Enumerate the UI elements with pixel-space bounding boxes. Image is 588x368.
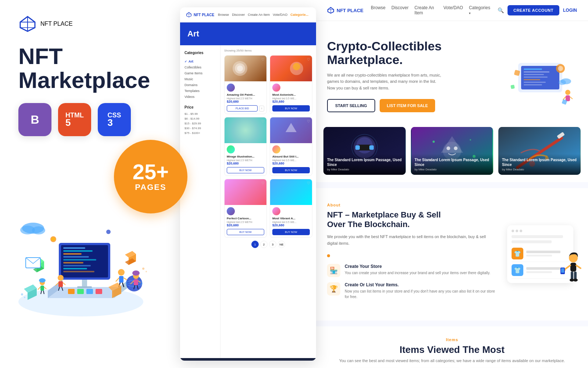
heart-icon-5[interactable]: ♡ (261, 181, 265, 185)
mockup-dot-1 (512, 230, 514, 232)
search-icon[interactable]: 🔍 (498, 7, 504, 13)
rp-hero-title: Crypto-Collectibles Marketplace. (327, 39, 496, 67)
mp-price-2[interactable]: $6 - $14.99 (184, 116, 216, 121)
mockup-row-2 (512, 240, 552, 243)
nft-buy-btn-5[interactable]: BUY NOW (227, 229, 264, 235)
mp-cat-music[interactable]: Music (184, 76, 216, 82)
svg-rect-84 (524, 82, 546, 83)
svg-line-38 (123, 278, 127, 280)
mp-price-5[interactable]: $75 - $100+ (184, 131, 216, 135)
rp-nav-discover[interactable]: Discover (391, 5, 409, 15)
svg-point-42 (132, 270, 140, 276)
svg-rect-83 (524, 79, 540, 80)
nft-avatar-6 (272, 207, 280, 215)
featured-card-2[interactable]: The Standard Lorem Ipsum Passage, Used S… (411, 127, 493, 175)
svg-rect-15 (63, 271, 94, 272)
mp-nav-categories[interactable]: Categorie... (290, 13, 308, 17)
svg-line-57 (38, 287, 40, 290)
nft-card-body-3: Mirage Illustration... Highest bid 2.5 W… (225, 143, 266, 176)
nft-card-3: ♡ Mirage Illustration... Highest bid 2.5… (224, 117, 267, 176)
heart-icon-1[interactable]: ♡ (261, 57, 265, 61)
nft-buy-btn-4[interactable]: BUY NOW (272, 167, 310, 173)
mp-cat-domains[interactable]: Domains (184, 82, 216, 88)
nft-buy-btn-6[interactable]: BUY NOW (272, 229, 310, 235)
mp-nav-browse[interactable]: Browse (218, 13, 229, 17)
svg-rect-31 (68, 289, 75, 294)
svg-point-48 (58, 275, 64, 281)
featured-card-title-1: The Standard Lorem Ipsum Passage, Used S… (327, 158, 402, 167)
mp-price-4[interactable]: $30 - $74.99 (184, 126, 216, 131)
create-account-button[interactable]: CREATE ACCOUNT (508, 5, 559, 15)
mp-logo: NFT PLACE (186, 12, 214, 18)
svg-rect-10 (63, 256, 89, 258)
nft-card-1: ♡ Amazing Oil Painti... Highest bid 2.5 … (224, 55, 267, 114)
middle-panel: NFT PLACE Browse Discover Create An Item… (180, 7, 316, 361)
heart-icon-3[interactable]: ♡ (261, 119, 265, 123)
nft-grid: ♡ Amazing Oil Painti... Highest bid 2.5 … (224, 55, 312, 238)
heart-icon-2[interactable]: ♡ (307, 57, 310, 61)
brand-logo-icon (18, 15, 37, 33)
mp-cat-art[interactable]: ✓ Art (184, 59, 216, 64)
svg-point-76 (293, 63, 300, 70)
about-step-store: 🏪 Create Your Store You can create your … (327, 264, 496, 277)
page-btn-3[interactable]: 3 (269, 241, 276, 248)
mp-price-3[interactable]: $15 - $29.99 (184, 121, 216, 126)
nft-card-img-1: ♡ (225, 56, 266, 81)
nft-card-img-2: ♡ (270, 56, 312, 81)
rp-about-illustration: 👕 👕 (503, 203, 577, 306)
nft-card-img-6: ♡ (270, 179, 312, 205)
mp-cat-templates[interactable]: Templates (184, 88, 216, 94)
mp-nav-create[interactable]: Create An Item (248, 13, 270, 17)
nft-price-1: $20,680 (227, 100, 264, 103)
mp-cat-collectibles[interactable]: Collectibles (184, 64, 216, 70)
about-step-1 (327, 254, 496, 259)
nft-card-4: ♡ Absurd But Still I... Highest bid 3.5 … (270, 117, 312, 176)
mp-cat-game[interactable]: Game Items (184, 70, 216, 76)
svg-point-68 (21, 293, 23, 296)
svg-rect-13 (63, 265, 91, 266)
nft-card-img-5: ♡ (225, 179, 266, 205)
check-icon: ✓ (184, 60, 187, 63)
list-item-button[interactable]: LIST ITEM FOR SALE (380, 99, 435, 112)
nft-buy-btn-2[interactable]: BUY NOW (272, 105, 310, 112)
page-btn-next[interactable]: NE (278, 241, 285, 248)
mp-hero-bar: Art (180, 22, 316, 45)
nft-bid-btn-1[interactable]: PLACE BID (227, 105, 258, 112)
heart-icon-6[interactable]: ♡ (307, 181, 310, 185)
mockup-topbar (512, 230, 569, 232)
featured-card-3[interactable]: The Standard Lorem Ipsum Passage, Used S… (498, 127, 581, 175)
nft-title-6: Most Vibrant A... (272, 217, 310, 220)
svg-rect-43 (134, 279, 138, 285)
svg-point-128 (573, 279, 578, 282)
items-desc: You can see the best and most viewed ite… (327, 358, 577, 363)
rp-nav-browse[interactable]: Browse (371, 5, 386, 15)
nft-info-btn-1[interactable]: i (259, 106, 264, 112)
mp-price-1[interactable]: $1 - $5.99 (184, 112, 216, 116)
svg-rect-95 (510, 85, 515, 89)
svg-rect-123 (561, 268, 564, 273)
rp-nav-categories[interactable]: Categories (469, 5, 490, 15)
mp-cat-videos[interactable]: Videos (184, 94, 216, 100)
page-btn-1[interactable]: 1 (251, 241, 259, 248)
featured-card-1[interactable]: The Standard Lorem Ipsum Passage, Used S… (323, 127, 406, 175)
mp-navbar: NFT PLACE Browse Discover Create An Item… (180, 7, 316, 22)
svg-point-107 (447, 146, 450, 150)
svg-point-109 (433, 141, 435, 143)
start-selling-button[interactable]: START SELLING (327, 99, 375, 112)
mp-price-section: Price $1 - $5.99 $6 - $14.99 $15 - $29.9… (184, 105, 216, 135)
mp-nav-discover[interactable]: Discover (232, 13, 245, 17)
rp-nav-create[interactable]: Create An Item (415, 5, 438, 15)
nft-buy-btn-3[interactable]: BUY NOW (227, 167, 264, 173)
featured-card-title-3: The Standard Lorem Ipsum Passage, Used S… (502, 158, 577, 167)
nft-price-5: $20,680 (227, 223, 264, 227)
store-icon: 🏪 (327, 264, 340, 277)
login-button[interactable]: LOGIN (563, 8, 577, 13)
page-btn-2[interactable]: 2 (260, 241, 268, 248)
svg-rect-85 (524, 84, 542, 85)
rp-nav-vote[interactable]: Vote/DAO (444, 5, 463, 15)
heart-icon-4[interactable]: ♡ (307, 119, 310, 123)
mp-nav-vote[interactable]: Vote/DAO (273, 13, 287, 17)
about-label: About (327, 203, 496, 207)
svg-point-89 (559, 80, 566, 85)
about-step-list: 🏆 Create Or List Your Items. Now you can… (327, 282, 496, 300)
